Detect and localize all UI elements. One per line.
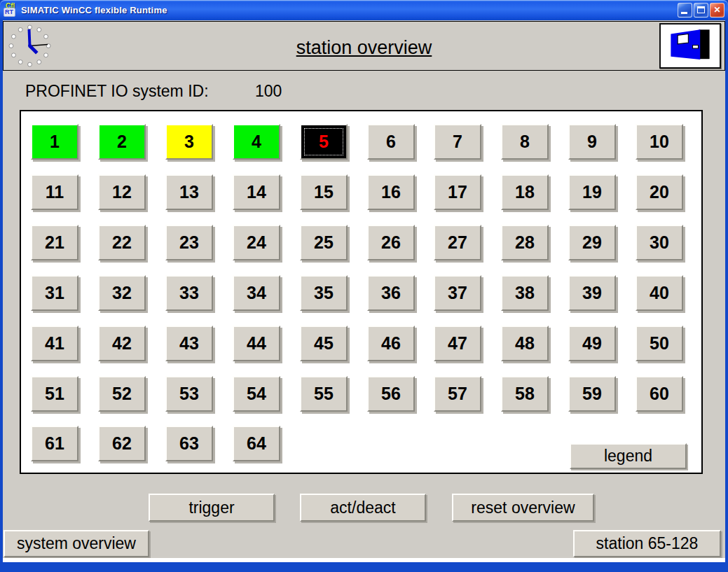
station-button-62[interactable]: 62 bbox=[98, 426, 146, 461]
station-button-31[interactable]: 31 bbox=[31, 275, 78, 311]
station-button-26[interactable]: 26 bbox=[367, 225, 415, 260]
station-button-58[interactable]: 58 bbox=[501, 376, 549, 412]
station-button-6[interactable]: 6 bbox=[367, 124, 415, 160]
station-button-27[interactable]: 27 bbox=[434, 225, 481, 260]
maximize-icon bbox=[697, 6, 705, 13]
station-button-43[interactable]: 43 bbox=[165, 326, 213, 361]
station-button-24[interactable]: 24 bbox=[233, 225, 280, 260]
station-button-34[interactable]: 34 bbox=[233, 275, 280, 311]
station-grid: 1234567891011121314151617181920212223242… bbox=[21, 111, 701, 473]
station-button-52[interactable]: 52 bbox=[98, 376, 146, 412]
header-bar: station overview bbox=[3, 21, 725, 71]
station-button-54[interactable]: 54 bbox=[233, 376, 280, 412]
act-deact-button[interactable]: act/deact bbox=[300, 494, 426, 522]
maximize-button[interactable] bbox=[694, 3, 708, 18]
station-button-19[interactable]: 19 bbox=[568, 174, 616, 210]
station-button-9[interactable]: 9 bbox=[568, 124, 616, 160]
station-button-32[interactable]: 32 bbox=[98, 275, 146, 311]
station-button-38[interactable]: 38 bbox=[501, 275, 549, 311]
station-button-46[interactable]: 46 bbox=[367, 326, 415, 361]
station-button-21[interactable]: 21 bbox=[31, 225, 78, 260]
station-button-1[interactable]: 1 bbox=[31, 124, 78, 160]
station-button-35[interactable]: 35 bbox=[300, 275, 348, 311]
station-button-3[interactable]: 3 bbox=[165, 124, 213, 160]
station-button-7[interactable]: 7 bbox=[434, 124, 481, 160]
window-controls: ✕ bbox=[678, 3, 724, 18]
station-button-25[interactable]: 25 bbox=[300, 225, 348, 260]
close-button[interactable]: ✕ bbox=[710, 3, 724, 18]
station-button-33[interactable]: 33 bbox=[165, 275, 213, 311]
legend-button[interactable]: legend bbox=[570, 443, 687, 469]
bottom-strip bbox=[3, 558, 725, 562]
station-button-53[interactable]: 53 bbox=[165, 376, 213, 412]
station-button-17[interactable]: 17 bbox=[434, 174, 481, 210]
station-button-49[interactable]: 49 bbox=[568, 326, 616, 361]
station-button-18[interactable]: 18 bbox=[501, 174, 549, 210]
station-button-16[interactable]: 16 bbox=[367, 174, 415, 210]
station-button-37[interactable]: 37 bbox=[434, 275, 481, 311]
station-button-28[interactable]: 28 bbox=[501, 225, 549, 260]
station-button-36[interactable]: 36 bbox=[367, 275, 415, 311]
reset-overview-button[interactable]: reset overview bbox=[452, 494, 594, 522]
window-title: SIMATIC WinCC flexible Runtime bbox=[21, 5, 678, 15]
trigger-button[interactable]: trigger bbox=[149, 494, 275, 522]
station-button-44[interactable]: 44 bbox=[233, 326, 280, 361]
station-button-29[interactable]: 29 bbox=[568, 225, 616, 260]
station-button-45[interactable]: 45 bbox=[300, 326, 348, 361]
stations-panel: 1234567891011121314151617181920212223242… bbox=[20, 110, 703, 474]
station-button-39[interactable]: 39 bbox=[568, 275, 616, 311]
app-window: Cfl RT SIMATIC WinCC flexible Runtime ✕ bbox=[0, 0, 728, 572]
titlebar[interactable]: Cfl RT SIMATIC WinCC flexible Runtime ✕ bbox=[0, 0, 728, 20]
station-button-61[interactable]: 61 bbox=[31, 426, 78, 461]
system-overview-button[interactable]: system overview bbox=[4, 530, 149, 557]
station-button-57[interactable]: 57 bbox=[434, 376, 481, 412]
station-button-4[interactable]: 4 bbox=[233, 124, 280, 160]
profinet-id-label: PROFINET IO system ID: bbox=[25, 82, 209, 101]
exit-door-icon bbox=[662, 26, 718, 66]
station-button-47[interactable]: 47 bbox=[434, 326, 481, 361]
station-button-59[interactable]: 59 bbox=[568, 376, 616, 412]
client-area: station overview PROFINET IO system ID: … bbox=[3, 20, 725, 562]
station-button-5[interactable]: 5 bbox=[300, 124, 348, 160]
station-button-50[interactable]: 50 bbox=[636, 326, 683, 361]
app-icon-bottom: RT bbox=[4, 8, 15, 17]
station-button-51[interactable]: 51 bbox=[31, 376, 78, 412]
station-button-42[interactable]: 42 bbox=[98, 326, 146, 361]
station-button-12[interactable]: 12 bbox=[98, 174, 146, 210]
station-button-55[interactable]: 55 bbox=[300, 376, 348, 412]
station-button-15[interactable]: 15 bbox=[300, 174, 348, 210]
station-button-41[interactable]: 41 bbox=[31, 326, 78, 361]
minimize-icon bbox=[681, 12, 687, 14]
station-button-64[interactable]: 64 bbox=[233, 426, 280, 461]
station-button-8[interactable]: 8 bbox=[501, 124, 549, 160]
station-button-13[interactable]: 13 bbox=[165, 174, 213, 210]
station-button-20[interactable]: 20 bbox=[636, 174, 683, 210]
station-button-11[interactable]: 11 bbox=[31, 174, 78, 210]
minimize-button[interactable] bbox=[678, 3, 692, 18]
app-icon: Cfl RT bbox=[4, 4, 18, 17]
station-button-56[interactable]: 56 bbox=[367, 376, 415, 412]
station-button-2[interactable]: 2 bbox=[98, 124, 146, 160]
station-65-128-button[interactable]: station 65-128 bbox=[573, 530, 721, 557]
station-button-23[interactable]: 23 bbox=[165, 225, 213, 260]
profinet-id-value: 100 bbox=[255, 82, 282, 101]
station-button-63[interactable]: 63 bbox=[165, 426, 213, 461]
station-button-60[interactable]: 60 bbox=[636, 376, 683, 412]
close-icon: ✕ bbox=[710, 4, 724, 17]
page-title: station overview bbox=[4, 37, 724, 59]
station-button-48[interactable]: 48 bbox=[501, 326, 549, 361]
station-button-40[interactable]: 40 bbox=[636, 275, 683, 311]
station-button-10[interactable]: 10 bbox=[636, 124, 683, 160]
exit-button[interactable] bbox=[659, 23, 721, 69]
station-button-14[interactable]: 14 bbox=[233, 174, 280, 210]
station-button-30[interactable]: 30 bbox=[636, 225, 683, 260]
station-button-22[interactable]: 22 bbox=[98, 225, 146, 260]
